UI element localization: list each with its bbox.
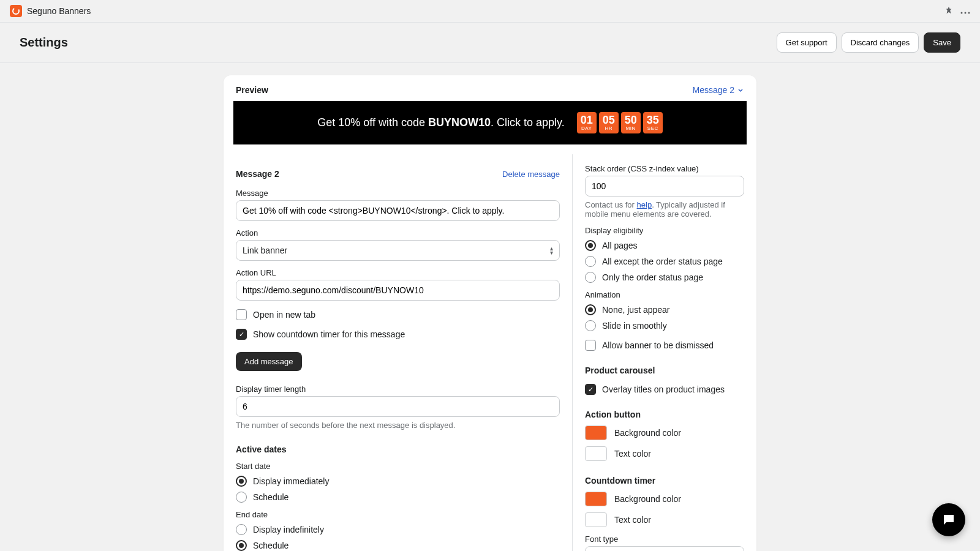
display-timer-label: Display timer length: [236, 384, 560, 394]
action-text-color-swatch[interactable]: [585, 446, 607, 461]
svg-point-1: [961, 12, 963, 14]
active-dates-heading: Active dates: [236, 444, 560, 454]
font-type-select[interactable]: Inherit from system or device ▴▾: [585, 546, 744, 551]
save-button[interactable]: Save: [924, 32, 960, 53]
stack-order-input[interactable]: [585, 176, 744, 197]
action-button-heading: Action button: [585, 410, 744, 419]
action-label: Action: [236, 228, 560, 238]
show-timer-checkbox[interactable]: ✓: [236, 329, 247, 340]
allow-dismiss-checkbox[interactable]: [585, 340, 596, 351]
app-name: Seguno Banners: [27, 6, 91, 16]
countdown-timer-preview: 01DAY 05HR 50MIN 35SEC: [577, 112, 663, 133]
chat-icon: [941, 512, 956, 527]
open-new-tab-checkbox[interactable]: [236, 309, 247, 320]
start-immediately-radio[interactable]: [236, 476, 247, 487]
stack-order-help: Contact us for help. Typically adjusted …: [585, 200, 744, 219]
timer-text-color-swatch[interactable]: [585, 512, 607, 527]
show-timer-label: Show countdown timer for this message: [253, 329, 405, 339]
svg-point-2: [965, 12, 967, 14]
product-carousel-heading: Product carousel: [585, 365, 744, 375]
stack-order-label: Stack order (CSS z-index value): [585, 164, 744, 173]
display-timer-input[interactable]: [236, 396, 560, 417]
chevron-down-icon: [737, 86, 744, 94]
svg-point-3: [968, 12, 970, 14]
action-url-input[interactable]: [236, 280, 560, 301]
add-message-button[interactable]: Add message: [236, 352, 302, 371]
font-type-label: Font type: [585, 534, 744, 544]
preview-message-dropdown[interactable]: Message 2: [693, 85, 744, 95]
display-timer-help: The number of seconds before the next me…: [236, 421, 560, 430]
action-bg-color-swatch[interactable]: [585, 425, 607, 440]
preview-label: Preview: [236, 85, 268, 95]
anim-slide-radio[interactable]: [585, 320, 596, 331]
delete-message-link[interactable]: Delete message: [502, 170, 560, 179]
end-indefinite-radio[interactable]: [236, 524, 247, 535]
display-eligibility-label: Display eligibility: [585, 226, 744, 235]
end-schedule-radio[interactable]: [236, 540, 247, 551]
timer-bg-color-swatch[interactable]: [585, 492, 607, 506]
page-title: Settings: [20, 36, 68, 50]
countdown-timer-heading: Countdown timer: [585, 476, 744, 485]
discard-changes-button[interactable]: Discard changes: [842, 32, 919, 53]
message-input[interactable]: [236, 200, 560, 221]
action-select[interactable]: Link banner ▴▾: [236, 240, 560, 261]
start-date-label: Start date: [236, 462, 560, 471]
app-logo: [10, 5, 22, 17]
anim-none-radio[interactable]: [585, 304, 596, 315]
action-url-label: Action URL: [236, 268, 560, 277]
animation-label: Animation: [585, 290, 744, 299]
message-heading: Message 2: [236, 169, 279, 179]
help-chat-fab[interactable]: [932, 503, 965, 536]
de-except-radio[interactable]: [585, 256, 596, 267]
select-arrows-icon: ▴▾: [550, 246, 553, 255]
pin-icon[interactable]: [944, 6, 953, 17]
open-new-tab-label: Open in new tab: [253, 310, 315, 320]
banner-preview: Get 10% off with code BUYNOW10. Click to…: [233, 101, 747, 144]
more-icon[interactable]: [960, 6, 970, 16]
svg-point-0: [13, 8, 19, 14]
de-all-radio[interactable]: [585, 240, 596, 251]
message-label: Message: [236, 189, 560, 198]
help-link[interactable]: help: [637, 200, 652, 209]
de-only-radio[interactable]: [585, 272, 596, 283]
overlay-titles-checkbox[interactable]: ✓: [585, 384, 596, 395]
end-date-label: End date: [236, 510, 560, 519]
start-schedule-radio[interactable]: [236, 492, 247, 503]
get-support-button[interactable]: Get support: [777, 32, 837, 53]
